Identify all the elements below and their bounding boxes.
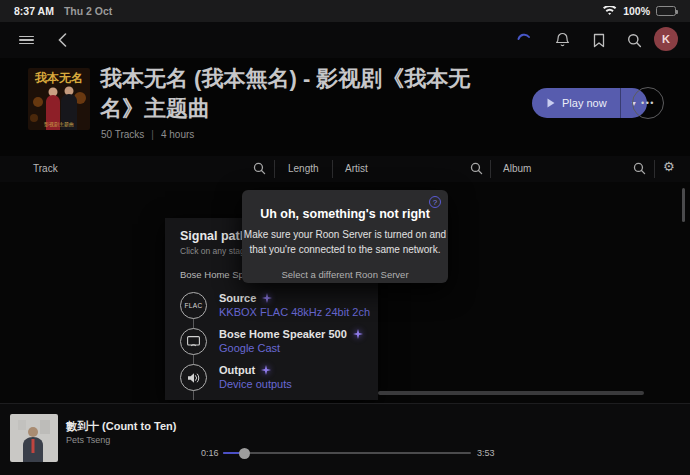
column-album[interactable]: Album: [503, 163, 531, 174]
play-now-split-button: Play now ▾: [532, 88, 647, 118]
seek-knob[interactable]: [239, 448, 250, 459]
error-dialog-body: Make sure your Roon Server is turned on …: [242, 227, 448, 257]
stage-detail-link[interactable]: Device outputs: [219, 378, 292, 390]
signal-stage-device[interactable]: Bose Home Speaker 500 Google Cast: [180, 328, 378, 355]
nav-bar: K: [0, 22, 690, 58]
album-art[interactable]: 我本无名 影视剧主题曲: [28, 68, 90, 130]
signal-stage-output[interactable]: Output Device outputs: [180, 364, 378, 391]
quality-star-icon: [262, 293, 272, 303]
play-now-label: Play now: [562, 97, 607, 109]
notifications-bell-icon[interactable]: [550, 28, 574, 52]
more-options-button[interactable]: •••: [632, 87, 664, 119]
svg-text:影视剧主题曲: 影视剧主题曲: [44, 121, 74, 128]
total-time: 3:53: [477, 448, 495, 458]
quality-star-icon: [261, 365, 271, 375]
speaker-output-icon: [180, 364, 207, 391]
error-dialog: ? Uh oh, something's not right Make sure…: [242, 190, 448, 283]
avatar[interactable]: K: [654, 27, 678, 51]
status-bar: 8:37 AM Thu 2 Oct 100%: [0, 0, 690, 22]
column-track[interactable]: Track: [33, 163, 58, 174]
cast-icon: [180, 328, 207, 355]
now-playing-artist[interactable]: Pets Tseng: [66, 435, 110, 445]
help-icon[interactable]: ?: [429, 196, 441, 208]
loading-spinner-icon: [512, 28, 536, 52]
status-date: Thu 2 Oct: [64, 5, 112, 17]
column-length[interactable]: Length: [288, 163, 319, 174]
stage-label: Bose Home Speaker 500: [219, 328, 347, 340]
flac-badge-icon: FLAC: [180, 292, 207, 319]
stage-label: Source: [219, 292, 256, 304]
search-icon[interactable]: [622, 28, 646, 52]
battery-icon: [656, 6, 676, 16]
column-artist[interactable]: Artist: [345, 163, 368, 174]
elapsed-time: 0:16: [201, 448, 219, 458]
album-track-count: 50 Tracks: [101, 129, 144, 140]
error-dialog-title: Uh oh, something's not right: [242, 207, 448, 221]
stage-detail-link[interactable]: Google Cast: [219, 342, 363, 354]
player-bar: 數到十 (Count to Ten) Pets Tseng 0:16 3:53 …: [0, 403, 690, 475]
artist-search-icon[interactable]: [470, 162, 483, 175]
signal-path-stages: FLAC Source KKBOX FLAC 48kHz 24bit 2ch B: [180, 292, 378, 391]
quality-star-icon: [353, 329, 363, 339]
play-icon: [547, 98, 555, 108]
avatar-initial: K: [662, 33, 670, 45]
now-playing-art[interactable]: [10, 414, 58, 462]
now-playing-title[interactable]: 數到十 (Count to Ten): [66, 419, 176, 434]
stage-detail-link[interactable]: KKBOX FLAC 48kHz 24bit 2ch: [219, 306, 370, 318]
play-now-button[interactable]: Play now: [532, 88, 620, 118]
back-icon[interactable]: [50, 28, 74, 52]
album-search-icon[interactable]: [633, 162, 646, 175]
seek-bar[interactable]: [223, 452, 471, 454]
album-title: 我本无名 (我本無名) - 影视剧《我本无名》主题曲: [100, 64, 512, 123]
status-time: 8:37 AM: [14, 5, 54, 17]
menu-icon[interactable]: [14, 28, 38, 52]
signal-stage-source[interactable]: FLAC Source KKBOX FLAC 48kHz 24bit 2ch: [180, 292, 378, 319]
horizontal-scrollbar[interactable]: [378, 391, 644, 395]
battery-percent: 100%: [623, 5, 650, 17]
stage-label: Output: [219, 364, 255, 376]
svg-text:我本无名: 我本无名: [34, 71, 83, 85]
tracklist-column-header: Track Length Artist Album ⚙: [0, 156, 690, 182]
select-different-server-link[interactable]: Select a different Roon Server: [242, 269, 448, 280]
track-search-icon[interactable]: [253, 162, 266, 175]
roon-app-window: 8:37 AM Thu 2 Oct 100% K: [0, 0, 690, 475]
bookmark-icon[interactable]: [587, 28, 611, 52]
wifi-icon: [603, 6, 617, 17]
album-meta: 50 Tracks | 4 hours: [101, 129, 194, 140]
album-duration: 4 hours: [161, 129, 194, 140]
gear-icon[interactable]: ⚙: [663, 159, 675, 174]
vertical-scrollbar[interactable]: [682, 188, 685, 222]
